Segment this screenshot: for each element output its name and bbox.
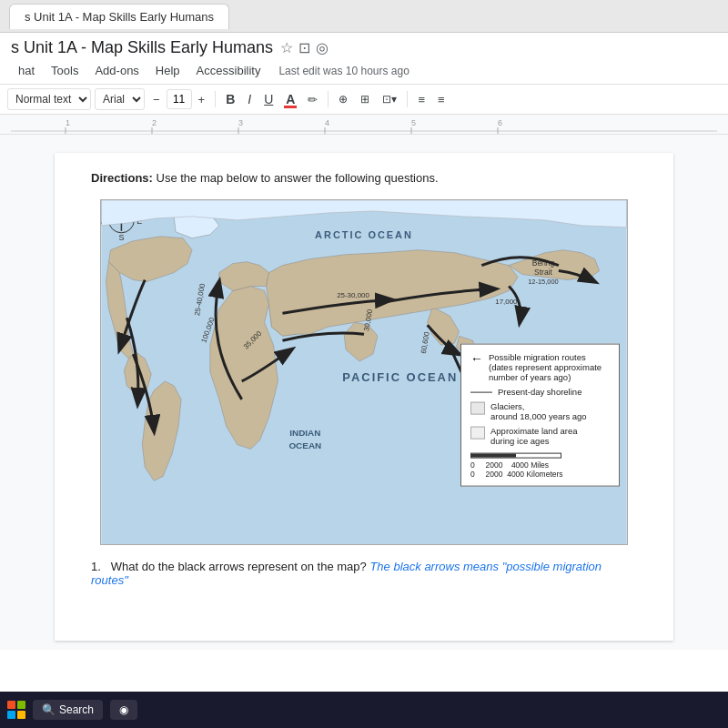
question-1-number: 1. <box>91 560 107 573</box>
scale-km: 0 2000 4000 Kilometers <box>470 470 610 479</box>
legend-land-text: Approximate land areaduring ice ages <box>490 426 578 446</box>
toolbar-divider-1 <box>215 91 216 107</box>
browser-icon: ◉ <box>119 703 128 716</box>
legend-item-line: Present-day shoreline <box>470 387 610 397</box>
bold-button[interactable]: B <box>221 88 239 110</box>
menu-bar: hat Tools Add-ons Help Accessibility Las… <box>11 59 717 82</box>
font-size-area: − + <box>148 88 209 110</box>
directions-line: Directions: Use the map below to answer … <box>91 171 637 185</box>
tab-title[interactable]: s Unit 1A - Map Skills Early Humans <box>9 4 229 29</box>
doc-header: s Unit 1A - Map Skills Early Humans ☆ ⊡ … <box>0 33 728 85</box>
style-select[interactable]: Normal text <box>7 88 91 110</box>
font-increase-button[interactable]: + <box>194 88 210 110</box>
windows-icon[interactable] <box>7 701 25 719</box>
menu-item-hat[interactable]: hat <box>11 61 42 80</box>
highlight-button[interactable]: ✏ <box>303 88 322 110</box>
menu-item-addons[interactable]: Add-ons <box>87 61 146 80</box>
font-color-label: A <box>286 92 295 106</box>
legend-land-icon <box>470 427 485 440</box>
svg-text:2: 2 <box>152 118 157 127</box>
svg-text:1: 1 <box>66 118 70 127</box>
font-size-input[interactable] <box>167 89 192 109</box>
question-1: 1. What do the black arrows represent on… <box>91 560 637 587</box>
svg-text:OCEAN: OCEAN <box>288 440 321 450</box>
legend-line-icon <box>470 392 492 393</box>
toolbar: Normal text Arial − + B I U A ✏ ⊕ ⊞ ⊡▾ ≡… <box>0 85 728 115</box>
font-select[interactable]: Arial <box>95 88 145 110</box>
directions-text: Use the map below to answer the followin… <box>157 171 439 185</box>
align-center-button[interactable]: ≡ <box>433 88 450 110</box>
svg-text:12-15,000: 12-15,000 <box>528 278 559 286</box>
toolbar-divider-2 <box>328 91 329 107</box>
ruler: 1 2 3 4 5 6 <box>0 115 728 135</box>
menu-item-accessibility[interactable]: Accessibility <box>189 61 268 80</box>
legend-item-glacier: Glaciers,around 18,000 years ago <box>470 401 610 421</box>
scale-bar: 0 2000 4000 Miles 0 2000 4000 Kilometers <box>470 453 610 479</box>
tab-bar: s Unit 1A - Map Skills Early Humans <box>0 0 728 33</box>
legend-item-arrow: ← Possible migration routes(dates repres… <box>470 352 610 382</box>
tab-title-text: s Unit 1A - Map Skills Early Humans <box>25 10 214 24</box>
svg-text:17,000: 17,000 <box>495 298 518 306</box>
menu-item-tools[interactable]: Tools <box>44 61 86 80</box>
search-button[interactable]: 🔍 Search <box>33 700 103 720</box>
svg-text:INDIAN: INDIAN <box>289 428 320 438</box>
directions-label: Directions: <box>91 171 153 185</box>
doc-title: s Unit 1A - Map Skills Early Humans <box>11 38 273 57</box>
ruler-svg: 1 2 3 4 5 6 <box>11 115 717 135</box>
legend-box: ← Possible migration routes(dates repres… <box>460 344 620 487</box>
svg-text:6: 6 <box>498 118 502 127</box>
svg-text:4: 4 <box>325 118 329 127</box>
font-color-button[interactable]: A <box>281 88 299 110</box>
svg-text:PACIFIC OCEAN: PACIFIC OCEAN <box>342 370 458 384</box>
align-left-button[interactable]: ≡ <box>413 88 430 110</box>
legend-item-land: Approximate land areaduring ice ages <box>470 426 610 446</box>
underline-button[interactable]: U <box>259 88 278 110</box>
star-icon[interactable]: ☆ <box>280 39 293 56</box>
doc-title-icons: ☆ ⊡ ◎ <box>280 39 329 56</box>
taskbar-browser-button[interactable]: ◉ <box>110 700 137 720</box>
search-label: Search <box>59 703 94 716</box>
svg-text:3: 3 <box>238 118 243 127</box>
comment-button[interactable]: ⊞ <box>356 88 374 110</box>
svg-text:S: S <box>118 233 124 242</box>
search-icon: 🔍 <box>42 703 56 716</box>
font-decrease-button[interactable]: − <box>148 88 165 110</box>
doc-area: Directions: Use the map below to answer … <box>0 135 728 650</box>
map-container: N S W E <box>100 199 628 545</box>
legend-arrow-text: Possible migration routes(dates represen… <box>489 352 602 382</box>
legend-arrow-icon: ← <box>470 351 483 366</box>
image-button[interactable]: ⊡▾ <box>378 88 401 110</box>
svg-text:5: 5 <box>411 118 416 127</box>
legend-glacier-icon <box>470 402 485 415</box>
menu-item-help[interactable]: Help <box>148 61 187 80</box>
taskbar: 🔍 Search ◉ <box>0 692 728 728</box>
svg-text:25-30,000: 25-30,000 <box>337 291 369 299</box>
question-area: 1. What do the black arrows represent on… <box>91 560 637 587</box>
link-button[interactable]: ⊕ <box>334 88 352 110</box>
toolbar-divider-3 <box>407 91 408 107</box>
folder-icon[interactable]: ⊡ <box>298 39 310 56</box>
legend-line-text: Present-day shoreline <box>498 387 581 397</box>
doc-title-row: s Unit 1A - Map Skills Early Humans ☆ ⊡ … <box>11 38 717 57</box>
doc-page: Directions: Use the map below to answer … <box>55 153 673 641</box>
legend-glacier-text: Glaciers,around 18,000 years ago <box>490 401 587 421</box>
cloud-icon[interactable]: ◎ <box>316 39 329 56</box>
italic-button[interactable]: I <box>243 88 256 110</box>
scale-miles: 0 2000 4000 Miles <box>470 460 610 470</box>
question-1-text: What do the black arrows represent on th… <box>111 560 370 573</box>
svg-text:Strait: Strait <box>534 268 552 277</box>
last-edit-text: Last edit was 10 hours ago <box>278 65 409 77</box>
svg-text:ARCTIC OCEAN: ARCTIC OCEAN <box>315 229 413 240</box>
